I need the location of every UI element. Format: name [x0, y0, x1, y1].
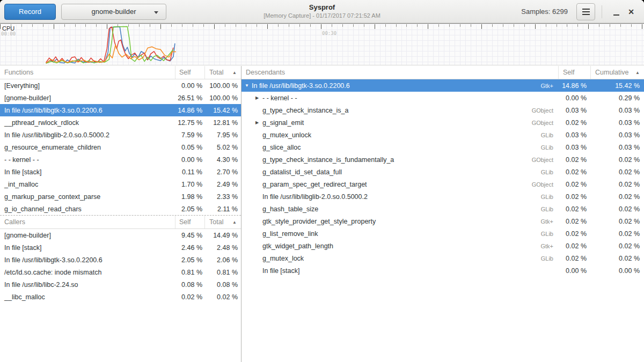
table-row[interactable]: _int_malloc1.70 %2.49 %: [0, 178, 241, 190]
table-row[interactable]: __pthread_rwlock_rdlock12.75 %12.81 %: [0, 116, 241, 129]
tree-row[interactable]: gtk_widget_path_lengthGtk+0.02 %0.02 %: [241, 240, 644, 252]
menu-button[interactable]: [576, 3, 595, 20]
table-row[interactable]: g_resource_enumerate_children0.05 %5.02 …: [0, 141, 241, 153]
table-row[interactable]: In file /usr/lib/libgtk-3.so.0.2200.614.…: [0, 104, 241, 116]
row-self-value: 26.51 %: [175, 94, 204, 102]
table-row[interactable]: In file /usr/lib/libc-2.24.so0.08 %0.08 …: [0, 278, 241, 291]
row-function-name: [gnome-builder]: [0, 232, 175, 239]
row-function-name: - - kernel - -: [262, 94, 297, 102]
row-total-value: 4.30 %: [204, 156, 241, 164]
expander-open-icon[interactable]: ▼: [245, 83, 252, 88]
row-cumulative-value: 15.42 %: [590, 82, 644, 90]
descendants-self-column-header[interactable]: Self: [558, 66, 590, 79]
functions-column-header[interactable]: Functions: [0, 66, 175, 79]
library-tag: GLib: [541, 255, 558, 262]
library-tag: GObject: [532, 120, 558, 126]
row-self-value: 14.86 %: [175, 107, 204, 114]
table-row[interactable]: [Everything]0.00 %100.00 %: [0, 79, 241, 92]
table-row[interactable]: __libc_malloc0.02 %0.02 %: [0, 291, 241, 303]
main-panes: Functions Self Total ▲ [Everything]0.00 …: [0, 66, 644, 362]
row-name-cell: g_param_spec_get_redirect_targetGObject: [241, 181, 558, 188]
row-function-name: In file /usr/lib/libgtk-3.so.0.2200.6: [252, 82, 350, 90]
cpu-graph[interactable]: CPU 00:00 00:30: [0, 24, 644, 65]
row-self-value: 0.05 %: [175, 144, 204, 151]
table-row[interactable]: [gnome-builder]26.51 %100.00 %: [0, 92, 241, 104]
table-row[interactable]: - - kernel - -0.00 %4.30 %: [0, 153, 241, 166]
record-button[interactable]: Record: [4, 4, 56, 20]
row-function-name: In file /usr/lib/libc-2.24.so: [0, 281, 175, 289]
row-function-name: g_mutex_unlock: [262, 131, 311, 139]
row-total-value: 2.33 %: [204, 193, 241, 201]
tree-row[interactable]: In file /usr/lib/libglib-2.0.so.0.5000.2…: [241, 190, 644, 203]
library-tag: Gtk+: [540, 83, 558, 89]
table-row[interactable]: /etc/ld.so.cache: inode mismatch0.81 %0.…: [0, 266, 241, 278]
table-row[interactable]: In file [stack]2.46 %2.48 %: [0, 241, 241, 254]
tree-row[interactable]: g_type_check_instance_is_fundamentally_a…: [241, 153, 644, 166]
row-total-value: 2.48 %: [204, 244, 241, 252]
row-function-name: - - kernel - -: [0, 156, 175, 164]
table-row[interactable]: g_io_channel_read_chars2.05 %2.11 %: [0, 203, 241, 215]
row-self-value: 12.75 %: [175, 119, 204, 127]
timeline-label-mid: 00:30: [322, 31, 336, 36]
headerbar: Record gnome-builder Sysprof [Memory Cap…: [0, 0, 644, 24]
row-cumulative-value: 0.02 %: [590, 156, 644, 164]
tree-row[interactable]: g_list_remove_linkGLib0.02 %0.02 %: [241, 227, 644, 240]
tree-row[interactable]: ▶g_signal_emitGObject0.02 %0.03 %: [241, 116, 644, 129]
row-self-value: 0.11 %: [175, 168, 204, 176]
tree-row[interactable]: g_hash_table_sizeGLib0.02 %0.02 %: [241, 203, 644, 215]
row-total-value: 12.81 %: [204, 119, 241, 127]
tree-row[interactable]: g_type_check_instance_is_aGObject0.03 %0…: [241, 104, 644, 116]
row-cumulative-value: 0.02 %: [590, 181, 644, 188]
tree-row[interactable]: gtk_style_provider_get_style_propertyGtk…: [241, 215, 644, 227]
functions-self-column-header[interactable]: Self: [175, 66, 204, 79]
descendants-cumulative-column-header[interactable]: Cumulative ▲: [590, 66, 644, 79]
row-cumulative-value: 0.02 %: [590, 242, 644, 250]
minimize-button[interactable]: [609, 4, 624, 20]
row-self-value: 9.45 %: [175, 232, 204, 239]
tree-row[interactable]: ▼In file /usr/lib/libgtk-3.so.0.2200.6Gt…: [241, 79, 644, 92]
row-self-value: 0.02 %: [175, 293, 204, 301]
row-function-name: g_markup_parse_context_parse: [0, 193, 175, 201]
row-self-value: 0.00 %: [558, 94, 590, 102]
callers-total-column-header[interactable]: Total ▲: [204, 216, 241, 228]
table-row[interactable]: g_markup_parse_context_parse1.98 %2.33 %: [0, 190, 241, 203]
samples-count: Samples: 6299: [521, 8, 568, 16]
row-function-name: In file /usr/lib/libglib-2.0.so.0.5000.2: [262, 193, 368, 201]
tree-row[interactable]: g_slice_allocGLib0.03 %0.03 %: [241, 141, 644, 153]
expander-closed-icon[interactable]: ▶: [255, 95, 262, 100]
library-tag: Gtk+: [540, 243, 558, 249]
chevron-down-icon: [154, 11, 158, 14]
expander-closed-icon[interactable]: ▶: [255, 120, 262, 125]
table-row[interactable]: [gnome-builder]9.45 %14.49 %: [0, 229, 241, 241]
row-name-cell: g_slice_allocGLib: [241, 144, 558, 151]
row-function-name: g_resource_enumerate_children: [0, 144, 175, 151]
table-row[interactable]: In file /usr/lib/libgtk-3.so.0.2200.62.0…: [0, 254, 241, 266]
table-row[interactable]: In file /usr/lib/libglib-2.0.so.0.5000.2…: [0, 129, 241, 141]
callers-column-header[interactable]: Callers: [0, 216, 175, 228]
row-self-value: 0.02 %: [558, 205, 590, 213]
descendants-table: ▼In file /usr/lib/libgtk-3.so.0.2200.6Gt…: [241, 79, 644, 277]
library-tag: GLib: [541, 206, 558, 212]
row-function-name: g_param_spec_get_redirect_target: [262, 181, 367, 188]
functions-total-column-header[interactable]: Total ▲: [204, 66, 241, 79]
row-self-value: 0.00 %: [175, 82, 204, 90]
row-function-name: gtk_widget_path_length: [262, 242, 333, 250]
callers-self-column-header[interactable]: Self: [175, 216, 204, 228]
descendants-column-header[interactable]: Descendants: [241, 66, 558, 79]
row-name-cell: ▼In file /usr/lib/libgtk-3.so.0.2200.6Gt…: [241, 82, 558, 90]
tree-row[interactable]: g_param_spec_get_redirect_targetGObject0…: [241, 178, 644, 190]
timeline-label-start: 00:00: [1, 31, 16, 36]
row-total-value: 2.49 %: [204, 181, 241, 188]
row-total-value: 14.49 %: [204, 232, 241, 239]
table-row[interactable]: In file [stack]0.11 %2.70 %: [0, 166, 241, 178]
tree-row[interactable]: g_mutex_unlockGLib0.03 %0.03 %: [241, 129, 644, 141]
target-process-dropdown[interactable]: gnome-builder: [61, 4, 166, 20]
tree-row[interactable]: g_datalist_id_set_data_fullGLib0.02 %0.0…: [241, 166, 644, 178]
tree-row[interactable]: g_mutex_lockGLib0.02 %0.02 %: [241, 252, 644, 264]
close-button[interactable]: ✕: [624, 4, 639, 20]
row-name-cell: In file [stack]: [241, 267, 558, 275]
row-self-value: 0.02 %: [558, 193, 590, 201]
row-self-value: 0.02 %: [558, 255, 590, 262]
tree-row[interactable]: ▶- - kernel - -0.00 %0.29 %: [241, 92, 644, 104]
tree-row[interactable]: In file [stack]0.00 %0.00 %: [241, 264, 644, 277]
